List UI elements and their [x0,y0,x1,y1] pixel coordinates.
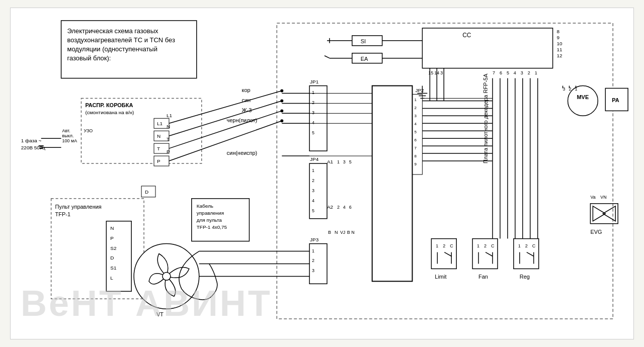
jp1-5: 5 [312,130,314,135]
t-term: T [157,146,160,151]
jp2-5: 5 [414,130,417,134]
jp3-1: 1 [312,248,314,253]
uzo-label: УЗО [84,128,93,133]
dot1 [280,90,283,93]
term2: 2 [528,70,530,75]
l1-term: L1 [157,121,163,126]
s1-panel: S1 [110,265,117,271]
term4: 4 [514,70,516,75]
num12: 12 [557,53,563,58]
s2-panel: S2 [110,245,117,251]
p-panel: P [110,235,114,241]
jp1-3: 3 [312,110,314,115]
t-wire-label: T [167,136,170,142]
term5: 5 [507,70,509,75]
jp1-label: JP1 [310,79,319,84]
reg-2: 2 [525,243,528,248]
a2-label: A2 [327,204,334,210]
si-label: SI [361,38,366,44]
jp2-3: 3 [414,114,417,118]
cable-label1: Кабель [197,203,213,209]
dist-box-label2: (смонтиована на в/н) [85,110,134,115]
reg-label: Reg [520,274,530,280]
avt-label2: выкл. [62,133,74,138]
jp2-2: 2 [414,106,417,110]
jp2-9: 9 [414,162,417,166]
term6: 6 [500,70,502,75]
svg-point-13 [568,86,598,116]
a1-3: 3 [343,159,346,164]
watermark: ВеНТ АВИНТ [21,283,272,324]
jp3-label: JP3 [310,237,319,242]
term15: 15 [428,70,433,75]
a2-2: 2 [337,205,340,210]
va-label: Va [590,195,595,200]
cc-label: CC [462,32,471,39]
jp4-5: 5 [312,208,314,213]
bn-label: B N [347,230,355,235]
dot3 [280,109,283,112]
jp2-1: 1 [414,98,417,102]
dot4 [280,119,283,122]
a1-1: 1 [337,159,340,164]
a1-label: A1 [327,159,334,164]
evg-label: EVG [590,229,602,235]
kor-label: кор [242,87,250,93]
title-line2: воздухонагревателей ТС и ТСN без [67,36,175,44]
num10: 10 [557,41,563,46]
title-line1: Электрическая схема газовых [67,27,158,35]
num11: 11 [557,47,563,52]
jp2-4: 4 [414,122,417,126]
l1-wire-label: L1 [167,113,173,118]
limit-2: 2 [443,243,445,248]
num8: 8 [557,29,560,34]
reg-c: C [532,243,536,248]
limit-label: Limit [435,274,446,280]
dist-box-label1: РАСПР. КОРОБКА [85,102,133,108]
avt-label3: 100 мА [62,138,77,143]
vj-label: VJ [340,230,345,235]
jp3-2: 2 [312,258,314,263]
jp4-label: JP4 [310,156,319,162]
a2-6: 6 [349,205,352,210]
jp2-7: 7 [414,146,417,150]
fan-label: Fan [478,274,488,280]
term7: 7 [493,70,495,75]
jp3-3: 3 [312,268,314,273]
n-label: N [335,230,338,235]
p-term: P [157,158,160,164]
jp1-4: 4 [312,120,314,125]
diagram-container: ВеНТ АВИНТ Электрическая схема газовых в… [10,8,634,339]
cable-label4: TFP-1 4х0,75 [197,224,227,230]
rfp-label: Плата пилотного декодера RFP-5А [482,73,489,163]
limit-c: C [450,243,453,248]
jp4-1: 1 [312,168,314,173]
panel-label2: TFP-1 [55,211,70,217]
fan-1: 1 [477,243,479,248]
svg-rect-4 [352,36,382,46]
vn-label: VN [600,195,606,200]
term3b: 3 [521,70,523,75]
mve-label: MVE [577,94,589,100]
limit-1: 1 [436,243,438,248]
panel-label1: Пульт управления [55,204,102,210]
svg-point-47 [163,272,171,280]
pa-label: PA [612,97,619,103]
term3cc: 3 [440,70,443,75]
num9: 9 [557,35,560,40]
jp1-1: 1 [312,90,314,95]
jp4-2: 2 [312,178,314,183]
jp1-2: 2 [312,100,314,105]
d-panel: D [110,255,114,261]
fan-c: C [491,243,495,248]
svg-rect-33 [154,156,169,166]
title-line3: модуляции (одноступенчатый [67,45,157,53]
n-wire-label: N [167,124,170,129]
sin-neisp-label: син(неиспр) [227,150,258,156]
l-panel: L [110,275,113,281]
a1-5: 5 [349,159,352,164]
cable-label2: управления [197,210,224,216]
jp4-3: 3 [312,188,314,193]
d-term: D [145,189,148,195]
jp2-label: JP2 [415,88,424,93]
